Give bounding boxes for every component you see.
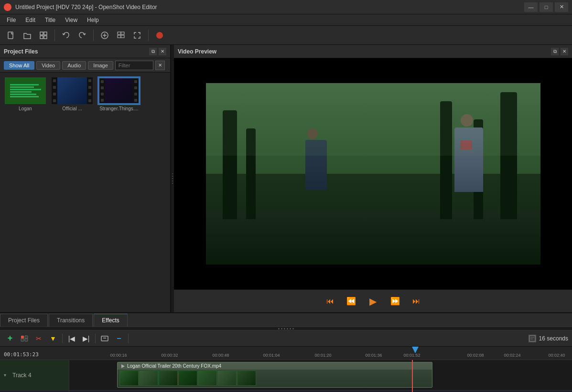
ruler-marker-2: 00:00:48 [212,353,229,358]
menu-edit[interactable]: Edit [21,16,40,24]
svg-rect-17 [101,336,108,341]
ruler-marker-0: 00:00:16 [110,353,127,358]
svg-rect-19 [529,336,535,341]
playback-controls: ⏮ ⏪ ▶ ⏩ ⏭ [174,289,572,312]
snap-button[interactable] [18,332,31,345]
filter-bar: Show All Video Audio Image ✕ [0,58,170,73]
skip-start-button[interactable]: ⏮ [324,295,337,308]
tab-video[interactable]: Video [36,61,60,70]
cut-button[interactable]: ✂ [32,332,45,345]
main-layout: Project Files ⧉ ✕ Show All Video Audio I… [0,45,572,392]
fullscreen-button[interactable] [130,28,144,42]
timeline-sep-1 [62,334,63,343]
ruler-marker-3: 00:01:04 [263,353,280,358]
panel-resize-button[interactable]: ⧉ [149,48,157,55]
minimize-button[interactable]: — [524,2,538,12]
ruler-marker-4: 00:01:20 [314,353,331,358]
maximize-button[interactable]: □ [540,2,553,12]
svg-marker-22 [121,364,125,368]
rewind-button[interactable]: ⏪ [345,295,358,308]
menu-help[interactable]: Help [82,16,104,24]
main-toolbar [0,26,572,45]
seconds-display: 16 seconds [529,335,568,342]
titlebar: Untitled Project [HDV 720 24p] - OpenSho… [0,0,572,14]
filter-input[interactable] [115,61,153,70]
ruler-marker-7: 00:02:08 [467,353,484,358]
svg-point-12 [156,32,163,39]
media-item-logan[interactable]: Logan [4,76,47,111]
tab-effects[interactable]: Effects [94,314,127,327]
window-title: Untitled Project [HDV 720 24p] - OpenSho… [15,4,524,11]
window-controls: — □ ✕ [524,2,568,12]
timeline-toolbar: + ✂ ▼ |◀ ▶| − [0,330,572,347]
svg-rect-11 [121,35,124,38]
add-track-button[interactable]: + [4,332,16,345]
media-item-stranger[interactable]: Stranger.Things.... [97,76,140,111]
import-button[interactable] [97,28,112,42]
svg-rect-0 [8,32,13,39]
ruler-marker-9: 00:02:40 [548,353,565,358]
menu-view[interactable]: View [60,16,82,24]
video-panel-resize[interactable]: ⧉ [551,48,559,55]
playhead-ruler-marker [412,347,419,353]
close-button[interactable]: ✕ [555,2,568,12]
svg-rect-8 [118,32,121,34]
timeline: + ✂ ▼ |◀ ▶| − [0,330,572,392]
open-button[interactable] [20,28,34,42]
next-marker-button[interactable]: ▶| [80,332,92,345]
official-label: Official ... [51,106,94,111]
prev-marker-button[interactable]: |◀ [65,332,78,345]
clip-logan-frames [118,370,432,387]
logan-label: Logan [4,106,47,111]
tracks-area: ▾ Track 4 Logan Official Trailer 20th Ce… [0,360,572,392]
media-item-official[interactable]: Official ... [51,76,94,111]
toolbar-sep-2 [93,30,94,41]
svg-rect-15 [21,339,24,341]
horizontal-resize-handle[interactable] [0,327,572,330]
video-frame [206,83,540,265]
clip-logan[interactable]: Logan Official Trailer 20th Century FOX.… [117,362,432,388]
video-preview-area [174,58,572,289]
fast-forward-button[interactable]: ⏩ [389,295,402,308]
menu-file[interactable]: File [2,16,21,24]
thumbnail-button[interactable] [36,28,51,42]
seconds-label: 16 seconds [539,335,568,342]
tab-audio[interactable]: Audio [62,61,86,70]
svg-rect-1 [40,32,43,35]
tab-project-files[interactable]: Project Files [0,314,48,327]
svg-rect-14 [25,336,28,339]
ruler-marker-8: 00:02:24 [504,353,520,358]
track-4-content[interactable]: Logan Official Trailer 20th Century FOX.… [69,360,572,390]
redo-button[interactable] [75,28,89,42]
clip-logan-header: Logan Official Trailer 20th Century FOX.… [118,362,432,370]
full-timeline-button[interactable] [98,332,111,345]
tab-show-all[interactable]: Show All [4,61,34,70]
play-button[interactable]: ▶ [366,294,381,309]
video-panel-close[interactable]: ✕ [561,48,568,55]
undo-button[interactable] [59,28,73,42]
filter-down-button[interactable]: ▼ [47,332,59,345]
menu-title[interactable]: Title [40,16,60,24]
tab-image[interactable]: Image [88,61,113,70]
project-files-header: Project Files ⧉ ✕ [0,45,170,58]
left-panel: Project Files ⧉ ✕ Show All Video Audio I… [0,45,171,312]
panel-close-button[interactable]: ✕ [159,48,166,55]
video-panel: Video Preview ⧉ ✕ [174,45,572,312]
tab-transitions[interactable]: Transitions [49,314,93,327]
svg-rect-2 [44,32,47,35]
record-button[interactable] [152,28,167,42]
zoom-out-button[interactable]: − [113,332,125,345]
filter-clear-button[interactable]: ✕ [155,61,165,70]
svg-rect-10 [118,35,121,38]
project-files-title: Project Files [4,48,38,55]
video-preview-title: Video Preview [178,48,216,55]
stranger-label: Stranger.Things.... [97,106,140,111]
ruler-marker-6: 00:01:52 [403,353,420,358]
new-button[interactable] [4,28,18,42]
svg-rect-16 [25,339,28,341]
track-4-collapse[interactable]: ▾ [4,372,10,378]
export-button[interactable] [114,28,128,42]
stranger-thumbnail [97,76,140,105]
skip-end-button[interactable]: ⏭ [410,295,423,308]
timeline-sep-2 [95,334,96,343]
